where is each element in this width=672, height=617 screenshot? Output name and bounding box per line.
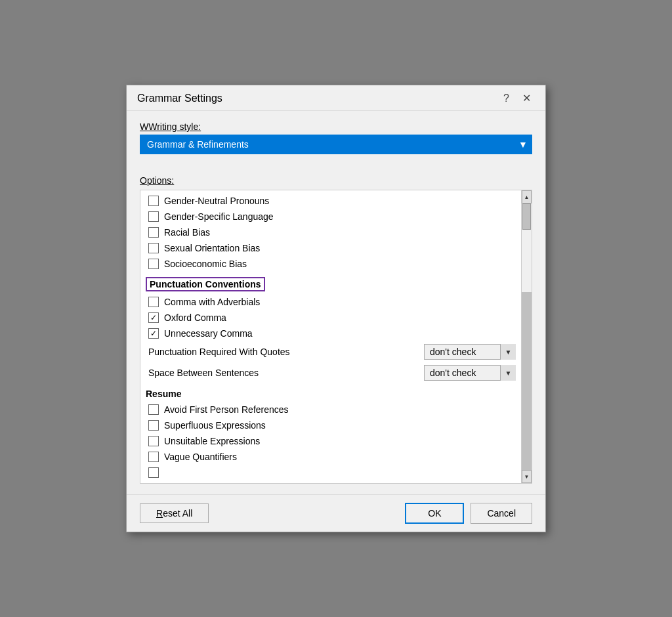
checkbox-unsuitable[interactable] <box>148 436 159 446</box>
section-resume: Resume <box>140 383 521 402</box>
option-label-unnecessary-comma: Unnecessary Comma <box>164 328 253 339</box>
checkbox-unnecessary-comma[interactable] <box>148 328 159 339</box>
checkbox-comma-adverbials[interactable] <box>148 297 159 307</box>
option-label-gender-neutral: Gender-Neutral Pronouns <box>164 196 269 206</box>
checkbox-racial-bias[interactable] <box>148 227 159 238</box>
checkbox-gender-neutral[interactable] <box>148 196 159 206</box>
option-gender-neutral: Gender-Neutral Pronouns <box>140 193 521 209</box>
dropdown-punctuation-quotes[interactable]: don't check inside outside <box>424 344 516 360</box>
resume-header-text: Resume <box>146 389 181 399</box>
option-label-oxford-comma: Oxford Comma <box>164 312 226 323</box>
scroll-track <box>522 203 532 292</box>
checkbox-avoid-first-person[interactable] <box>148 404 159 415</box>
dropdown-space-sentences[interactable]: don't check one space two spaces <box>424 365 516 381</box>
option-label-sexual-orientation: Sexual Orientation Bias <box>164 243 260 253</box>
dropdown-space-sentences-wrapper: don't check one space two spaces ▼ <box>424 365 516 381</box>
scrollbar: ▲ ▼ <box>521 190 532 483</box>
scroll-thumb <box>522 203 531 230</box>
dialog-title: Grammar Settings <box>137 93 222 104</box>
help-button[interactable]: ? <box>499 92 513 105</box>
option-unnecessary-comma: Unnecessary Comma <box>140 326 521 341</box>
ok-button[interactable]: OK <box>405 503 464 524</box>
option-gender-specific: Gender-Specific Language <box>140 209 521 224</box>
option-label-comma-adverbials: Comma with Adverbials <box>164 297 260 307</box>
scroll-track-lower <box>522 292 532 470</box>
close-button[interactable]: ✕ <box>518 92 535 105</box>
option-socioeconomic: Socioeconomic Bias <box>140 256 521 272</box>
options-list-content[interactable]: Gender-Neutral Pronouns Gender-Specific … <box>140 190 521 483</box>
options-label: Options: <box>140 175 532 186</box>
checkbox-socioeconomic[interactable] <box>148 259 159 269</box>
writing-style-select[interactable]: Grammar & Refinements Grammar Only <box>140 135 532 154</box>
option-superfluous: Superfluous Expressions <box>140 417 521 433</box>
option-space-sentences: Space Between Sentences don't check one … <box>140 362 521 383</box>
option-oxford-comma: Oxford Comma <box>140 310 521 326</box>
scroll-up-button[interactable]: ▲ <box>522 190 532 203</box>
writing-style-section: WWriting style: Grammar & Refinements Gr… <box>140 121 532 165</box>
checkbox-sexual-orientation[interactable] <box>148 243 159 253</box>
option-label-unsuitable: Unsuitable Expressions <box>164 436 260 446</box>
option-label-superfluous: Superfluous Expressions <box>164 420 266 431</box>
option-extra <box>140 465 521 480</box>
title-bar-controls: ? ✕ <box>499 92 535 105</box>
dropdown-punctuation-quotes-wrapper: don't check inside outside ▼ <box>424 344 516 360</box>
footer-right: OK Cancel <box>405 503 532 524</box>
option-label-vague-quantifiers: Vague Quantifiers <box>164 452 237 462</box>
option-comma-adverbials: Comma with Adverbials <box>140 294 521 310</box>
checkbox-gender-specific[interactable] <box>148 211 159 222</box>
options-list-wrapper: Gender-Neutral Pronouns Gender-Specific … <box>140 190 532 484</box>
checkbox-oxford-comma[interactable] <box>148 312 159 323</box>
footer-left: Reset All <box>140 503 209 523</box>
scroll-down-button[interactable]: ▼ <box>522 470 532 483</box>
cancel-button[interactable]: Cancel <box>471 503 532 524</box>
option-label-racial-bias: Racial Bias <box>164 227 210 238</box>
option-sexual-orientation: Sexual Orientation Bias <box>140 240 521 256</box>
grammar-settings-dialog: Grammar Settings ? ✕ WWriting style: Gra… <box>126 85 546 532</box>
dialog-footer: Reset All OK Cancel <box>127 494 545 532</box>
label-space-sentences: Space Between Sentences <box>148 368 259 378</box>
option-vague-quantifiers: Vague Quantifiers <box>140 449 521 465</box>
option-racial-bias: Racial Bias <box>140 224 521 240</box>
label-punctuation-quotes: Punctuation Required With Quotes <box>148 347 290 357</box>
section-punctuation: Punctuation Conventions <box>140 272 521 294</box>
option-label-socioeconomic: Socioeconomic Bias <box>164 259 247 269</box>
checkbox-vague-quantifiers[interactable] <box>148 452 159 462</box>
writing-style-dropdown-wrapper: Grammar & Refinements Grammar Only ▼ <box>140 135 532 154</box>
writing-style-label: WWriting style: <box>140 121 532 132</box>
option-label-gender-specific: Gender-Specific Language <box>164 211 274 222</box>
checkbox-superfluous[interactable] <box>148 420 159 431</box>
option-unsuitable: Unsuitable Expressions <box>140 433 521 449</box>
reset-all-button[interactable]: Reset All <box>140 503 209 523</box>
checkbox-extra[interactable] <box>148 467 159 478</box>
option-label-avoid-first-person: Avoid First Person References <box>164 404 289 415</box>
option-punctuation-quotes: Punctuation Required With Quotes don't c… <box>140 341 521 362</box>
punctuation-header-text: Punctuation Conventions <box>146 277 265 291</box>
dialog-body: WWriting style: Grammar & Refinements Gr… <box>127 111 545 494</box>
title-bar: Grammar Settings ? ✕ <box>127 85 545 111</box>
option-avoid-first-person: Avoid First Person References <box>140 402 521 417</box>
